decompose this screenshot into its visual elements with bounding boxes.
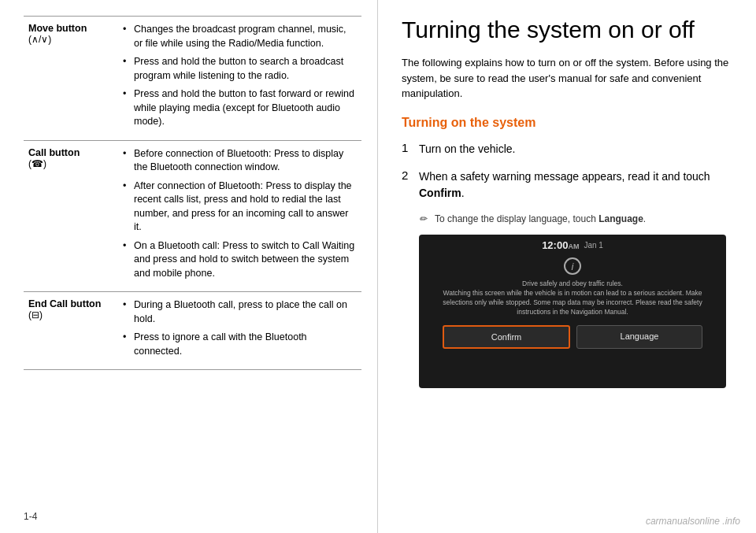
screen-top-bar: 12:00AM Jan 1 xyxy=(419,235,726,254)
note-text: To change the display language, touch La… xyxy=(435,213,646,226)
page-number: 1-4 xyxy=(24,511,37,522)
step-2-text-after: . xyxy=(461,187,465,199)
button-desc-cell: During a Bluetooth call, press to place … xyxy=(118,292,361,370)
car-screen: 12:00AM Jan 1 i Drive safely and obey tr… xyxy=(419,235,726,388)
step-1: 1 Turn on the vehicle. xyxy=(402,141,732,157)
note-text-bold: Language xyxy=(598,213,643,224)
step-2-text: When a safety warning message appears, r… xyxy=(419,168,732,202)
button-name-cell: End Call button(⊟) xyxy=(24,292,118,370)
button-symbol: (∧/∨) xyxy=(28,34,51,45)
button-label: End Call button xyxy=(28,298,101,309)
table-row: Move button(∧/∨)Changes the broadcast pr… xyxy=(24,17,361,141)
button-desc-list: Changes the broadcast program channel, m… xyxy=(123,23,357,129)
step-1-text: Turn on the vehicle. xyxy=(419,141,732,157)
screen-language-button[interactable]: Language xyxy=(576,325,702,349)
list-item: During a Bluetooth call, press to place … xyxy=(123,298,357,326)
note-text-after: . xyxy=(643,213,646,224)
note-pencil-icon: ✏ xyxy=(419,213,432,226)
step-2-num: 2 xyxy=(402,168,419,182)
page-title: Turning the system on or off xyxy=(402,16,732,44)
left-panel: Move button(∧/∨)Changes the broadcast pr… xyxy=(0,0,378,533)
list-item: Before connection of Bluetooth: Press to… xyxy=(123,147,357,175)
button-symbol: (☎) xyxy=(28,158,46,169)
button-symbol: (⊟) xyxy=(28,309,43,320)
screen-confirm-button[interactable]: Confirm xyxy=(443,325,570,349)
note-line: ✏ To change the display language, touch … xyxy=(419,213,732,226)
list-item: After connection of Bluetooth: Press to … xyxy=(123,180,357,235)
button-label: Move button xyxy=(28,23,87,34)
screen-content: i Drive safely and obey traffic rules. W… xyxy=(419,254,726,388)
screen-date: Jan 1 xyxy=(584,241,602,250)
table-row: End Call button(⊟)During a Bluetooth cal… xyxy=(24,292,361,370)
section-heading: Turning on the system xyxy=(402,116,732,130)
step-2: 2 When a safety warning message appears,… xyxy=(402,168,732,202)
screen-time: 12:00AM xyxy=(542,239,579,251)
button-name-cell: Call button(☎) xyxy=(24,140,118,292)
list-item: Changes the broadcast program channel, m… xyxy=(123,23,357,50)
list-item: Press to ignore a call with the Bluetoot… xyxy=(123,331,357,358)
list-item: Press and hold the button to search a br… xyxy=(123,55,357,83)
button-label: Call button xyxy=(28,147,80,158)
info-icon: i xyxy=(564,257,581,275)
button-desc-cell: Before connection of Bluetooth: Press to… xyxy=(118,140,361,292)
right-panel: Turning the system on or off The followi… xyxy=(378,0,756,533)
list-item: Press and hold the button to fast forwar… xyxy=(123,87,357,129)
list-item: On a Bluetooth call: Press to switch to … xyxy=(123,239,357,281)
watermark: carmanualsonline .info xyxy=(646,516,740,527)
button-name-cell: Move button(∧/∨) xyxy=(24,17,118,141)
intro-text: The following explains how to turn on or… xyxy=(402,55,732,102)
table-row: Call button(☎)Before connection of Bluet… xyxy=(24,140,361,292)
button-desc-list: During a Bluetooth call, press to place … xyxy=(123,298,357,358)
button-desc-cell: Changes the broadcast program channel, m… xyxy=(118,17,361,141)
step-2-text-before: When a safety warning message appears, r… xyxy=(419,170,710,183)
screen-time-suffix: AM xyxy=(568,242,579,250)
screen-warning: Drive safely and obey traffic rules. Wat… xyxy=(435,279,710,317)
step-2-bold: Confirm xyxy=(419,187,461,199)
screen-buttons: Confirm Language xyxy=(435,325,710,349)
button-desc-list: Before connection of Bluetooth: Press to… xyxy=(123,147,357,281)
button-table: Move button(∧/∨)Changes the broadcast pr… xyxy=(24,16,361,370)
note-text-before: To change the display language, touch xyxy=(435,213,598,224)
step-1-num: 1 xyxy=(402,141,419,154)
